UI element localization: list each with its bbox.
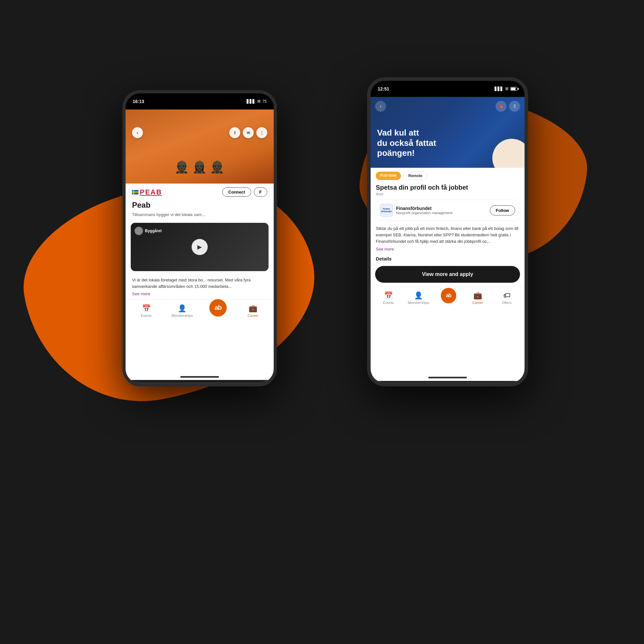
company-description: Vi är det lokala företaget med stora bo.… bbox=[126, 274, 274, 291]
nav-item-events-front[interactable]: 📅 Events bbox=[379, 291, 398, 305]
company-info: Finansförbundet Nonprofit organization m… bbox=[396, 206, 487, 215]
back-button-front[interactable]: ‹ bbox=[375, 101, 386, 112]
nav-item-center[interactable]: ab bbox=[208, 306, 228, 317]
video-card[interactable]: Byggåret ▶ bbox=[131, 223, 269, 271]
apply-button[interactable]: View more and apply bbox=[375, 266, 520, 283]
follow-button-back[interactable]: F bbox=[254, 187, 267, 197]
peab-logo: PEAB bbox=[132, 188, 162, 196]
career-icon-front: 💼 bbox=[473, 291, 482, 300]
status-time-front: 12:51 bbox=[378, 86, 389, 91]
job-time: 4mo bbox=[371, 192, 525, 200]
phones-container: 16:13 ▋▋▋ ⌘ 75 ‹ ⇧ ✉ ⋮ bbox=[97, 64, 547, 580]
career-label-front: Career bbox=[472, 301, 483, 305]
hero-line3: poängen! bbox=[377, 148, 415, 158]
events-label-front: Events bbox=[383, 301, 394, 305]
phone-front: 12:51 ▋▋▋ ⌘ ‹ 🔖 ⇧ Vad kul att du oc bbox=[367, 77, 528, 386]
status-time-back: 16:13 bbox=[133, 99, 144, 104]
status-icons-front: ▋▋▋ ⌘ bbox=[495, 87, 517, 91]
nav-item-memberships-front[interactable]: 👤 Memberships bbox=[408, 291, 429, 305]
center-nav-icon: ab bbox=[215, 304, 222, 311]
tag-remote: Remote bbox=[403, 172, 427, 180]
memberships-icon-front: 👤 bbox=[414, 291, 423, 300]
career-label: Career bbox=[248, 314, 259, 317]
nav-item-memberships[interactable]: 👤 Memberships bbox=[172, 304, 193, 317]
details-section: Details bbox=[371, 254, 525, 265]
swedish-flag-icon bbox=[132, 190, 138, 194]
share-icon-button[interactable]: ⇧ bbox=[229, 127, 240, 138]
events-label: Events bbox=[141, 314, 152, 317]
job-description: Siktar du på ett jobb på ett inom fintec… bbox=[371, 224, 525, 247]
job-tags: Full-time Remote bbox=[371, 168, 525, 183]
memberships-icon: 👤 bbox=[178, 304, 186, 313]
battery-fill bbox=[511, 88, 516, 90]
connect-button[interactable]: Connect bbox=[222, 187, 251, 197]
center-nav-button-front[interactable]: ab bbox=[441, 288, 456, 303]
phone-back: 16:13 ▋▋▋ ⌘ 75 ‹ ⇧ ✉ ⋮ bbox=[122, 90, 277, 386]
company-tagline: Tillsammans bygger vi det lokala sam... bbox=[126, 211, 274, 220]
signal-icon-front: ▋▋▋ bbox=[495, 87, 503, 91]
share-button-front[interactable]: ⇧ bbox=[509, 101, 520, 112]
company-logo: Finansförbundet bbox=[380, 204, 393, 217]
nav-item-offers[interactable]: 🏷 Offers bbox=[497, 291, 516, 305]
events-icon-front: 📅 bbox=[384, 291, 393, 300]
offers-label: Offers bbox=[502, 301, 512, 305]
company-name-back: Peab bbox=[126, 199, 274, 211]
notch-pill-back bbox=[182, 96, 217, 106]
peab-logo-section: PEAB Connect F bbox=[126, 184, 274, 199]
follow-button-front[interactable]: Follow bbox=[490, 205, 515, 215]
video-title: Byggåret bbox=[145, 229, 162, 233]
phone-front-content: ‹ 🔖 ⇧ Vad kul att du också fattat poänge… bbox=[371, 97, 525, 374]
hero-line1: Vad kul att bbox=[377, 128, 419, 137]
company-type: Nonprofit organization management bbox=[396, 211, 487, 215]
wifi-icon-front: ⌘ bbox=[505, 87, 509, 91]
nav-item-career[interactable]: 💼 Career bbox=[243, 304, 263, 317]
battery-text: 75 bbox=[262, 99, 267, 104]
home-indicator-back bbox=[126, 374, 274, 380]
tag-fulltime: Full-time bbox=[376, 172, 401, 180]
workers-image bbox=[126, 109, 274, 184]
offers-icon: 🏷 bbox=[503, 291, 510, 300]
status-bar-front: 12:51 ▋▋▋ ⌘ bbox=[371, 81, 525, 97]
peab-logo-text: PEAB bbox=[140, 188, 162, 196]
hero-right-buttons: 🔖 ⇧ bbox=[496, 101, 520, 112]
company-card: Finansförbundet Finansförbundet Nonprofi… bbox=[375, 200, 520, 221]
see-more-front[interactable]: See more bbox=[371, 247, 525, 254]
back-button[interactable]: ‹ bbox=[132, 127, 143, 138]
signal-icon: ▋▋▋ bbox=[247, 99, 255, 104]
home-indicator-front bbox=[371, 374, 525, 381]
more-icon-button[interactable]: ⋮ bbox=[256, 127, 267, 138]
nav-item-center-front[interactable]: ab bbox=[439, 293, 458, 303]
home-bar bbox=[180, 376, 219, 378]
nav-item-career-front[interactable]: 💼 Career bbox=[468, 291, 487, 305]
events-icon: 📅 bbox=[142, 304, 151, 313]
home-bar-front bbox=[428, 377, 467, 378]
status-icons-back: ▋▋▋ ⌘ 75 bbox=[247, 99, 267, 104]
see-more-link[interactable]: See more bbox=[126, 291, 274, 299]
nav-item-events[interactable]: 📅 Events bbox=[137, 304, 156, 317]
phone-back-content: ‹ ⇧ ✉ ⋮ PEAB Connect F Peab Tillsamm bbox=[126, 109, 274, 374]
video-label: Byggåret bbox=[135, 227, 162, 235]
memberships-label: Memberships bbox=[172, 314, 193, 317]
center-nav-button[interactable]: ab bbox=[209, 299, 227, 317]
mail-icon-button[interactable]: ✉ bbox=[243, 127, 254, 138]
company-name-front: Finansförbundet bbox=[396, 206, 487, 211]
career-icon: 💼 bbox=[249, 304, 257, 313]
header-right-buttons: ⇧ ✉ ⋮ bbox=[229, 127, 267, 138]
bottom-nav-back: 📅 Events 👤 Memberships ab 💼 Career bbox=[126, 299, 274, 325]
memberships-label-front: Memberships bbox=[408, 301, 429, 305]
finansf-hero: ‹ 🔖 ⇧ Vad kul att du också fattat poänge… bbox=[371, 97, 525, 168]
center-icon-front: ab bbox=[446, 293, 451, 298]
action-buttons: Connect F bbox=[222, 187, 267, 197]
video-play-button[interactable]: ▶ bbox=[192, 239, 208, 255]
bookmark-button[interactable]: 🔖 bbox=[496, 101, 507, 112]
video-avatar bbox=[135, 227, 143, 235]
wifi-icon: ⌘ bbox=[257, 99, 261, 104]
notch-pill-front bbox=[430, 83, 465, 93]
bottom-nav-front: 📅 Events 👤 Memberships ab 💼 Career bbox=[371, 287, 525, 312]
status-bar-back: 16:13 ▋▋▋ ⌘ 75 bbox=[126, 93, 274, 109]
job-title: Spetsa din profil och få jobbet bbox=[371, 183, 525, 192]
hero-headline: Vad kul att du också fattat poängen! bbox=[377, 128, 499, 158]
hero-line2: du också fattat bbox=[377, 138, 436, 148]
peab-hero-image bbox=[126, 109, 274, 184]
battery-icon-front bbox=[510, 87, 517, 91]
